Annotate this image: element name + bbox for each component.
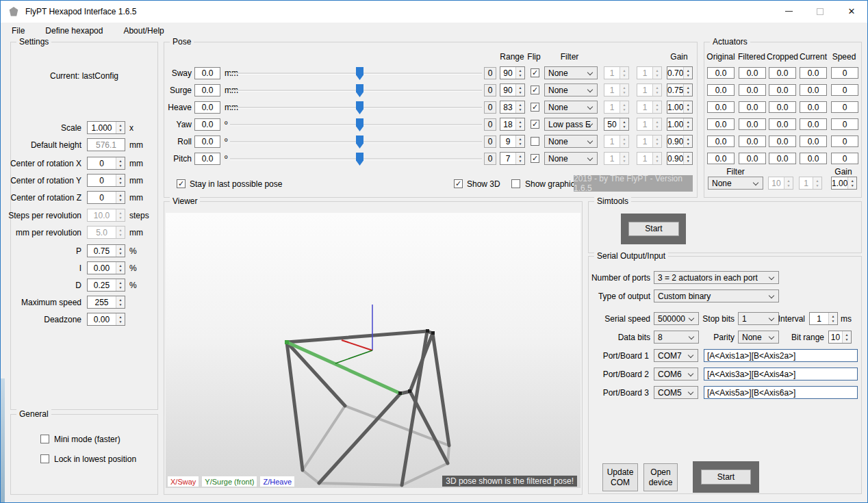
spinner-arrows-icon[interactable]: ▲▼ xyxy=(515,153,524,164)
scale-spinner[interactable]: 1.000▲▼ xyxy=(87,121,125,134)
pose-filter-select[interactable]: None xyxy=(544,135,598,148)
spinner-arrows-icon[interactable]: ▲▼ xyxy=(515,84,524,96)
pose-filter-select[interactable]: None xyxy=(544,101,598,114)
deadzone-spinner[interactable]: 0.00▲▼ xyxy=(87,313,125,326)
spinner-arrows-icon[interactable]: ▲▼ xyxy=(683,67,692,79)
spinner-arrows-icon[interactable]: ▲▼ xyxy=(847,177,856,189)
pose-gain-spinner[interactable]: 0.70▲▼ xyxy=(667,66,693,79)
pose-gain-spinner[interactable]: 1.00▲▼ xyxy=(667,118,693,131)
pose-slider-thumb[interactable] xyxy=(356,67,363,80)
pose-flip-checkbox[interactable]: ✓ xyxy=(531,154,539,163)
spinner-arrows-icon[interactable]: ▲▼ xyxy=(620,118,628,130)
p-gain-spinner[interactable]: 0.75▲▼ xyxy=(87,244,125,257)
center-rotation-y-spinner[interactable]: 0▲▼ xyxy=(87,174,125,187)
spinner-arrows-icon[interactable]: ▲▼ xyxy=(842,331,851,343)
pose-gain-spinner[interactable]: 0.75▲▼ xyxy=(667,83,693,96)
spinner-arrows-icon[interactable]: ▲▼ xyxy=(515,67,524,79)
pose-flip-checkbox[interactable]: ✓ xyxy=(531,86,539,94)
port-board-2-com-select[interactable]: COM6 xyxy=(654,367,698,381)
number-of-ports-select[interactable]: 3 = 2 actuators in each port xyxy=(654,271,779,284)
spinner-arrows-icon[interactable]: ▲▼ xyxy=(116,296,125,308)
spinner-arrows-icon[interactable]: ▲▼ xyxy=(683,136,692,147)
type-of-output-select[interactable]: Custom binary xyxy=(654,289,779,302)
pose-flip-checkbox[interactable]: ✓ xyxy=(531,103,539,112)
pose-flip-checkbox[interactable] xyxy=(531,137,539,146)
pose-gain-spinner[interactable]: 1.00▲▼ xyxy=(667,101,693,114)
pose-range-spinner[interactable]: 90▲▼ xyxy=(500,83,525,96)
pose-value-input[interactable]: 0.0 xyxy=(194,153,220,165)
spinner-arrows-icon[interactable]: ▲▼ xyxy=(683,84,692,96)
pose-range-spinner[interactable]: 90▲▼ xyxy=(500,66,525,79)
open-device-button[interactable]: Open device xyxy=(643,463,678,491)
lock-lowest-checkbox[interactable] xyxy=(40,454,49,463)
spinner-arrows-icon[interactable]: ▲▼ xyxy=(515,118,524,130)
menu-file[interactable]: File xyxy=(8,25,29,37)
pose-value-input[interactable]: 0.0 xyxy=(194,136,220,148)
minimize-button[interactable] xyxy=(773,1,804,22)
pose-slider-thumb[interactable] xyxy=(356,101,363,114)
pose-slider-thumb[interactable] xyxy=(356,153,363,166)
spinner-arrows-icon[interactable]: ▲▼ xyxy=(116,175,125,186)
d-gain-spinner[interactable]: 0.25▲▼ xyxy=(87,279,125,292)
pose-filter-select[interactable]: None xyxy=(544,66,598,79)
pose-value-input[interactable]: 0.0 xyxy=(194,101,220,114)
show-3d-checkbox[interactable]: ✓ xyxy=(454,179,463,188)
center-rotation-z-spinner[interactable]: 0▲▼ xyxy=(87,191,125,204)
serial-start-button[interactable]: Start xyxy=(701,469,751,485)
pose-range-spinner[interactable]: 7▲▼ xyxy=(500,152,525,165)
interval-spinner[interactable]: 1▲▼ xyxy=(809,312,838,325)
spinner-arrows-icon[interactable]: ▲▼ xyxy=(515,136,524,147)
spinner-arrows-icon[interactable]: ▲▼ xyxy=(116,245,125,257)
pose-value-input[interactable]: 0.0 xyxy=(194,84,220,96)
actuators-filter-select[interactable]: None xyxy=(708,177,763,190)
show-graphic-checkbox[interactable] xyxy=(511,179,520,188)
simtools-start-button[interactable]: Start xyxy=(628,222,679,236)
spinner-arrows-icon[interactable]: ▲▼ xyxy=(116,192,125,203)
pose-gain-spinner[interactable]: 0.90▲▼ xyxy=(667,152,693,165)
port-board-3-format-input[interactable]: [A<Axis5a>][B<Axis6a>] xyxy=(704,386,858,399)
menu-define-hexapod[interactable]: Define hexapod xyxy=(41,25,107,37)
pose-flip-checkbox[interactable]: ✓ xyxy=(531,68,539,77)
viewer-3d-canvas[interactable]: X/Sway Y/Surge (front) Z/Heave 3D pose s… xyxy=(166,213,580,488)
spinner-arrows-icon[interactable]: ▲▼ xyxy=(683,153,692,164)
spinner-arrows-icon[interactable]: ▲▼ xyxy=(828,313,837,324)
pose-slider-thumb[interactable] xyxy=(356,136,363,149)
actuators-gain-spinner[interactable]: 1.00▲▼ xyxy=(831,177,857,190)
spinner-arrows-icon[interactable]: ▲▼ xyxy=(116,157,125,169)
port-board-1-format-input[interactable]: [A<Axis1a>][B<Axis2a>] xyxy=(704,349,858,362)
pose-flip-checkbox[interactable]: ✓ xyxy=(531,120,539,129)
pose-range-spinner[interactable]: 9▲▼ xyxy=(500,135,525,148)
pose-filter-select[interactable]: None xyxy=(544,83,598,96)
mini-mode-checkbox[interactable] xyxy=(40,435,49,443)
pose-range-spinner[interactable]: 18▲▼ xyxy=(500,118,525,131)
stay-last-pose-checkbox[interactable]: ✓ xyxy=(177,179,186,188)
menu-about-help[interactable]: About/Help xyxy=(119,25,168,37)
port-board-3-com-select[interactable]: COM5 xyxy=(654,386,698,399)
parity-select[interactable]: None xyxy=(738,331,779,344)
pose-slider-thumb[interactable] xyxy=(356,84,363,97)
pose-value-input[interactable]: 0.0 xyxy=(194,118,220,131)
spinner-arrows-icon[interactable]: ▲▼ xyxy=(515,101,524,113)
i-gain-spinner[interactable]: 0.00▲▼ xyxy=(87,261,125,274)
port-board-1-com-select[interactable]: COM7 xyxy=(654,349,698,362)
pose-value-input[interactable]: 0.0 xyxy=(194,67,220,79)
pose-filter-select[interactable]: None xyxy=(544,152,598,165)
spinner-arrows-icon[interactable]: ▲▼ xyxy=(116,313,125,325)
spinner-arrows-icon[interactable]: ▲▼ xyxy=(683,101,692,113)
update-com-button[interactable]: Update COM xyxy=(602,463,638,491)
pose-range-spinner[interactable]: 83▲▼ xyxy=(500,101,525,114)
spinner-arrows-icon[interactable]: ▲▼ xyxy=(116,122,125,133)
spinner-arrows-icon[interactable]: ▲▼ xyxy=(116,279,125,291)
center-rotation-x-spinner[interactable]: 0▲▼ xyxy=(87,157,125,170)
pose-gain-spinner[interactable]: 0.90▲▼ xyxy=(667,135,693,148)
bit-range-spinner[interactable]: 10▲▼ xyxy=(828,331,852,344)
data-bits-select[interactable]: 8 xyxy=(654,331,699,344)
serial-speed-select[interactable]: 500000 xyxy=(654,312,699,325)
close-button[interactable]: ✕ xyxy=(836,1,867,22)
pose-filter-param1-spinner[interactable]: 50▲▼ xyxy=(604,118,629,131)
version-banner-button[interactable]: 2019 - by The FlyPT - Version 1.6.5 xyxy=(574,175,693,192)
pose-filter-select[interactable]: Low pass E xyxy=(544,118,598,131)
spinner-arrows-icon[interactable]: ▲▼ xyxy=(116,262,125,274)
spinner-arrows-icon[interactable]: ▲▼ xyxy=(683,118,692,130)
maximum-speed-spinner[interactable]: 255▲▼ xyxy=(87,296,125,309)
